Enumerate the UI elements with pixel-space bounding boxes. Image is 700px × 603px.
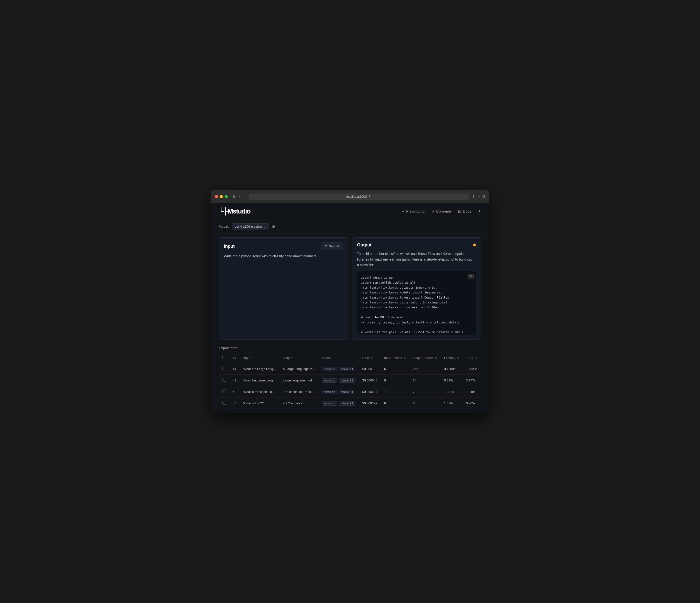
compare-icon: ⇄ (431, 209, 435, 213)
copy-code-button[interactable]: ⧉ (468, 274, 474, 279)
model-badge: claude-2.1 (339, 390, 355, 394)
browser-chrome: ⊞ ‹ › localhost:3000 ↻ ⬆ + ⧉ (211, 190, 489, 203)
row-checkbox[interactable] (222, 390, 226, 393)
export-section: Export data ID Input Output Model Cost ⇅… (211, 344, 489, 413)
cell-output: 2 + 2 equals 4. (279, 397, 319, 409)
cell-ttft: 0.765s (462, 397, 481, 409)
ttft-sort-icon: ⇅ (475, 357, 478, 360)
cell-input: What is 2 + 2? (240, 397, 279, 409)
th-cost[interactable]: Cost ⇅ (359, 353, 381, 363)
th-latency[interactable]: Latency ⇅ (441, 353, 463, 363)
nav-playground[interactable]: ✦ Playground (401, 209, 425, 213)
th-select-all[interactable] (219, 353, 230, 363)
cell-cost: $0.006192 (359, 363, 381, 375)
cell-latency: 1.056s (441, 397, 463, 409)
main-panels: Input ⟳ Submit Write me a python script … (211, 234, 489, 344)
reload-icon[interactable]: ↻ (369, 195, 372, 199)
row-checkbox[interactable] (222, 367, 226, 370)
row-checkbox-cell[interactable] (219, 375, 230, 386)
logo-text: └├Mstudio (219, 208, 250, 215)
th-model: Model (319, 353, 359, 363)
cell-output: A Large Language M... (279, 363, 319, 375)
input-tokens-sort-icon: ⇅ (404, 357, 406, 360)
table-row[interactable]: 42 Describe Large Lang... Large language… (219, 375, 481, 386)
settings-icon[interactable]: ⚙ (272, 224, 275, 229)
th-ttft[interactable]: TTFT ⇅ (462, 353, 481, 363)
app-header: └├Mstudio ✦ Playground ⇄ Compare ▤ Docs … (211, 203, 489, 220)
address-bar[interactable]: localhost:3000 ↻ (249, 193, 469, 200)
url-text: localhost:3000 (346, 195, 367, 199)
table-row[interactable]: 43 What is the capital o... The capital … (219, 386, 481, 397)
cell-output: The capital of Franc... (279, 386, 319, 397)
table-row[interactable]: 41 What are Large Lang... A Large Langua… (219, 363, 481, 375)
row-checkbox-cell[interactable] (219, 397, 230, 409)
table-row[interactable]: 44 What is 2 + 2? 2 + 2 equals 4. anthro… (219, 397, 481, 409)
output-intro-text: To build a number classifier, we will us… (357, 251, 476, 268)
model-badge: claude-2.1 (339, 367, 355, 371)
close-button[interactable] (215, 195, 218, 198)
cell-model: anthropic claude-2.1 (319, 363, 359, 375)
row-checkbox[interactable] (222, 378, 226, 382)
output-panel-header: Output (357, 242, 476, 247)
nav-compare[interactable]: ⇄ Compare (431, 209, 451, 213)
new-tab-icon[interactable]: + (478, 194, 480, 199)
input-panel: Input ⟳ Submit Write me a python script … (219, 237, 348, 340)
cell-input: Describe Large Lang... (240, 375, 279, 386)
cell-id: 44 (229, 397, 240, 409)
cell-output-tokens: 7 (409, 386, 441, 397)
tabs-icon[interactable]: ⧉ (482, 194, 485, 199)
submit-loading-icon: ⟳ (325, 244, 328, 248)
forward-button[interactable]: › (243, 194, 246, 199)
latency-sort-icon: ⇅ (457, 357, 459, 360)
cell-input-tokens: 6 (381, 363, 409, 375)
cell-ttft: 3.777s (462, 375, 481, 386)
input-panel-header: Input ⟳ Submit (224, 242, 343, 250)
output-tokens-sort-icon: ⇅ (435, 357, 437, 360)
cell-latency: 38.280s (441, 363, 463, 375)
input-text-content: Write me a python script with to classif… (224, 254, 343, 259)
table-header-row: ID Input Output Model Cost ⇅ Input Token… (219, 353, 481, 363)
cell-input: What are Large Lang... (240, 363, 279, 375)
row-checkbox-cell[interactable] (219, 386, 230, 397)
provider-badge: anthropic (322, 378, 337, 383)
code-block: ⧉ import numpy as np import matplotlib.p… (357, 271, 476, 335)
cell-model: anthropic claude-2.1 (319, 386, 359, 397)
submit-button[interactable]: ⟳ Submit (321, 242, 343, 250)
row-checkbox-cell[interactable] (219, 363, 230, 375)
th-output-tokens[interactable]: Output Tokens ⇅ (409, 353, 441, 363)
app-logo: └├Mstudio (219, 207, 250, 215)
cell-cost: $0.000224 (359, 386, 381, 397)
cell-input-tokens: 8 (381, 375, 409, 386)
model-selector[interactable]: gpt-4-1106-preview ⌄ (232, 223, 269, 230)
th-input-tokens[interactable]: Input Tokens ⇅ (381, 353, 409, 363)
cell-model: anthropic claude-2.1 (319, 375, 359, 386)
table-body: 41 What are Large Lang... A Large Langua… (219, 363, 481, 409)
cell-ttft: 1.049s (462, 386, 481, 397)
chevron-down-icon: ⌄ (264, 225, 266, 228)
maximize-button[interactable] (225, 195, 228, 198)
row-checkbox[interactable] (222, 401, 226, 404)
nav-docs[interactable]: ▤ Docs (458, 209, 471, 213)
cell-id: 42 (229, 375, 240, 386)
nav-playground-label: Playground (406, 209, 425, 213)
app-content: └├Mstudio ✦ Playground ⇄ Compare ▤ Docs … (211, 203, 489, 413)
back-button[interactable]: ‹ (238, 194, 241, 199)
cell-id: 41 (229, 363, 240, 375)
th-input: Input (240, 353, 279, 363)
submit-label: Submit (329, 244, 339, 248)
browser-window: ⊞ ‹ › localhost:3000 ↻ ⬆ + ⧉ └├Mstudio ✦… (211, 190, 489, 413)
cell-latency: 1.381s (441, 386, 463, 397)
select-all-checkbox[interactable] (222, 356, 226, 359)
sidebar-toggle-icon[interactable]: ⊞ (232, 194, 236, 199)
provider-badge: anthropic (322, 367, 337, 371)
model-badge: claude-2.1 (339, 378, 355, 383)
nav-extra[interactable]: ✦ (478, 209, 481, 213)
output-panel: Output To build a number classifier, we … (352, 237, 481, 340)
copy-icon: ⧉ (470, 275, 472, 278)
cell-output: Large language mod... (279, 375, 319, 386)
cell-input: What is the capital o... (240, 386, 279, 397)
app-toolbar: Model: gpt-4-1106-preview ⌄ ⚙ (211, 220, 489, 234)
share-icon[interactable]: ⬆ (472, 194, 475, 199)
data-table: ID Input Output Model Cost ⇅ Input Token… (219, 352, 481, 409)
minimize-button[interactable] (220, 195, 223, 198)
